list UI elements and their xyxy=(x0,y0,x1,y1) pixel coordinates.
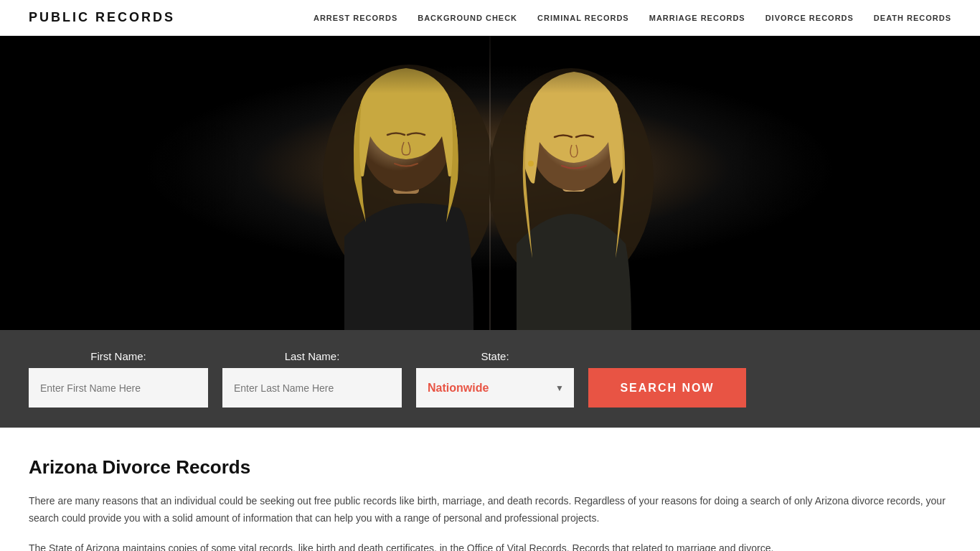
site-header: PUBLIC RECORDS ARREST RECORDS BACKGROUND… xyxy=(0,0,980,36)
nav-criminal-records[interactable]: CRIMINAL RECORDS xyxy=(537,14,629,22)
state-select-wrapper: Nationwide Alabama Alaska Arizona Arkans… xyxy=(416,368,574,408)
last-name-input[interactable] xyxy=(222,368,402,408)
site-logo[interactable]: PUBLIC RECORDS xyxy=(29,10,175,25)
nav-marriage-records[interactable]: MARRIAGE RECORDS xyxy=(649,14,745,22)
last-name-label: Last Name: xyxy=(222,350,402,362)
search-bar: First Name: Last Name: State: Nationwide… xyxy=(0,330,980,428)
svg-point-8 xyxy=(528,161,534,166)
content-title: Arizona Divorce Records xyxy=(29,456,951,479)
main-nav: ARREST RECORDS BACKGROUND CHECK CRIMINAL… xyxy=(314,14,951,22)
state-field: State: Nationwide Alabama Alaska Arizona… xyxy=(416,350,574,408)
hero-background xyxy=(0,36,980,330)
last-name-field: Last Name: xyxy=(222,350,402,408)
svg-rect-11 xyxy=(0,36,980,93)
first-name-input[interactable] xyxy=(29,368,208,408)
nav-divorce-records[interactable]: DIVORCE RECORDS xyxy=(765,14,854,22)
nav-background-check[interactable]: BACKGROUND CHECK xyxy=(418,14,517,22)
state-label: State: xyxy=(416,350,574,362)
content-paragraph-1: There are many reasons that an individua… xyxy=(29,493,951,527)
first-name-field: First Name: xyxy=(29,350,208,408)
content-paragraph-2: The State of Arizona maintains copies of… xyxy=(29,540,951,551)
nav-arrest-records[interactable]: ARREST RECORDS xyxy=(314,14,397,22)
hero-figures xyxy=(0,36,980,330)
hero-image xyxy=(0,36,980,330)
state-select[interactable]: Nationwide Alabama Alaska Arizona Arkans… xyxy=(416,368,574,408)
search-now-button[interactable]: SEARCH NOW xyxy=(588,368,746,408)
first-name-label: First Name: xyxy=(29,350,208,362)
main-content: Arizona Divorce Records There are many r… xyxy=(0,428,980,551)
hero-section xyxy=(0,36,980,330)
nav-death-records[interactable]: DEATH RECORDS xyxy=(874,14,951,22)
